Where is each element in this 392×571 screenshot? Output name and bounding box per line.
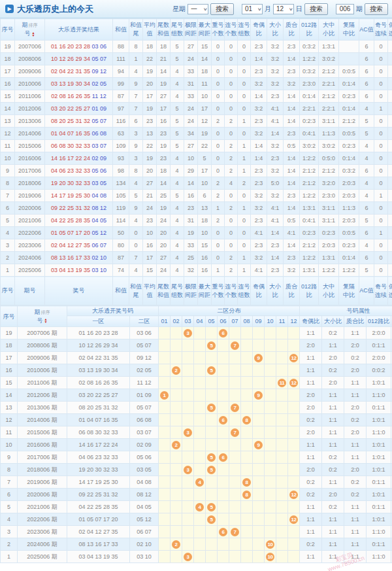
attr-cell: 0:2 [322, 364, 344, 377]
zone-cell [229, 538, 241, 551]
zone-cell [276, 339, 288, 352]
header-line-2: 小比 [319, 291, 338, 300]
stat-cell: 1 [238, 140, 251, 152]
column-header[interactable]: 期排序号▲▼ [15, 19, 45, 41]
header-row: 序号期排序号▲▼大乐透开奖结果和值和值尾平均值尾数和值尾号组数极限间距最大间距重… [1, 19, 392, 41]
back-numbers: 01 09 [92, 105, 107, 112]
zone-cell [229, 389, 241, 402]
table-row: 92017006 期04 06 23 32 3305 06561:10:21:1… [1, 451, 392, 464]
sort-icon[interactable]: ▲▼ [32, 31, 35, 37]
zone-cell [265, 501, 276, 513]
attr-cell: 1:1:0 [367, 526, 391, 538]
attr-cell: 1:1 [300, 377, 322, 389]
draw-result: 03 20 22 25 27 01 09 [45, 103, 113, 115]
stat-cell: 3:2 [267, 65, 284, 78]
period-search-button[interactable]: 搜索 [365, 3, 388, 15]
zone-cell [241, 364, 253, 377]
zone-cell [276, 389, 288, 402]
row-index: 18 [1, 339, 18, 352]
attr-cell: 1:1 [322, 426, 344, 439]
header-line-1: 连号 [238, 283, 250, 291]
stat-cell: 4 [171, 78, 184, 90]
zone-cell [206, 352, 218, 364]
stat-cell: 1 [238, 264, 251, 277]
issue-number: 2022006 [15, 227, 45, 239]
attr-cell: 2:0 [300, 402, 322, 414]
week-select[interactable]: 一 ∨ [188, 4, 208, 14]
column-header[interactable]: 期排序号▲▼ [18, 306, 67, 327]
zone-cell: 7 [229, 526, 241, 538]
stat-cell: 0 [374, 78, 388, 90]
column-header: 复隔中比 [339, 19, 359, 41]
day-select[interactable]: 12 ∨ [273, 4, 294, 14]
sort-icon[interactable]: ▲▼ [44, 318, 48, 323]
stat-cell: 20 [143, 78, 157, 90]
header-line-1: 连号 [238, 21, 250, 29]
attr-cell: 1:1 [344, 538, 367, 551]
zone-cell [288, 402, 300, 414]
zone-distribution-table: 序号期排序号▲▼大乐透开奖号码二区分布号码属性一区二区0102030405060… [0, 305, 392, 563]
attr-cell: 2:0:0 [367, 352, 391, 364]
zone-column-header: 06 [218, 316, 229, 327]
stat-cell: 3 [129, 128, 143, 140]
header-line-2: 个数 [225, 29, 237, 38]
stat-cell: 4:1 [267, 103, 284, 115]
stat-cell: 2:3 [267, 264, 284, 277]
stat-cell: 2:1:2 [319, 65, 339, 78]
issue-number: 2019006 期 [18, 476, 67, 489]
attr-cell: 1:1 [344, 551, 367, 563]
zone-cell [288, 501, 300, 513]
attr-cell: 2:0 [322, 352, 344, 364]
date-search-button[interactable]: 搜索 [304, 3, 328, 15]
stat-cell: 1 [388, 239, 392, 252]
zone-cell [218, 377, 229, 389]
header-line-1: 大小 [267, 21, 283, 29]
zone-cell: 6 [218, 414, 229, 426]
stat-cell: 2:3 [267, 90, 284, 103]
period-input[interactable] [336, 4, 354, 14]
zone-cell [276, 476, 288, 489]
zone-cell [182, 476, 194, 489]
zone-cell [171, 501, 182, 513]
column-header: 连号组数 [238, 277, 251, 305]
zone-cell [171, 339, 182, 352]
zone-cell [241, 464, 253, 476]
zone-cell [171, 451, 182, 464]
week-search-button[interactable]: 搜索 [210, 3, 234, 15]
back-numbers: 05 07 [92, 56, 107, 62]
zone-cell [265, 402, 276, 414]
zone-cell [206, 476, 218, 489]
stat-cell: 3:2 [251, 78, 267, 90]
back-number-ball: 9 [254, 354, 263, 362]
zone-cell [194, 526, 206, 538]
stat-cell: 6 [359, 202, 374, 215]
stat-cell: 1:4 [284, 165, 300, 177]
stat-cell: 4 [171, 177, 184, 190]
attr-cell: 1:1 [322, 339, 344, 352]
stat-cell: 23 [157, 152, 171, 165]
stat-cell: 1:3:1 [300, 264, 319, 277]
stat-cell: 18 [157, 41, 171, 53]
zone-cell: 12 [288, 377, 300, 389]
stat-cell: 14 [157, 65, 171, 78]
table-row: 182008006 期10 12 26 29 3405 07572:01:12:… [1, 339, 392, 352]
back-number-ball: 2 [172, 540, 180, 549]
issue-number: 2009006 [15, 65, 45, 78]
stat-cell: 4 [359, 190, 374, 202]
zone-column-header: 04 [194, 316, 206, 327]
month-select[interactable]: 01 ∨ [242, 4, 263, 14]
row-index: 18 [1, 53, 15, 65]
back-number-ball: 7 [231, 341, 239, 350]
zone-cell [218, 538, 229, 551]
stat-cell: 1 [238, 252, 251, 264]
column-header: 极限间距 [184, 277, 198, 305]
header-line-1: 奇号 [374, 21, 387, 29]
zone-cell [194, 513, 206, 526]
issue-number: 2015006 期 [18, 426, 67, 439]
stat-cell: 2 [238, 177, 251, 190]
front-numbers: 01 16 20 23 28 [51, 43, 90, 50]
stat-cell: 0 [225, 53, 238, 65]
stat-cell: 88 [113, 41, 129, 53]
header-line-1: 偶号 [388, 21, 392, 29]
zone-cell [171, 513, 182, 526]
